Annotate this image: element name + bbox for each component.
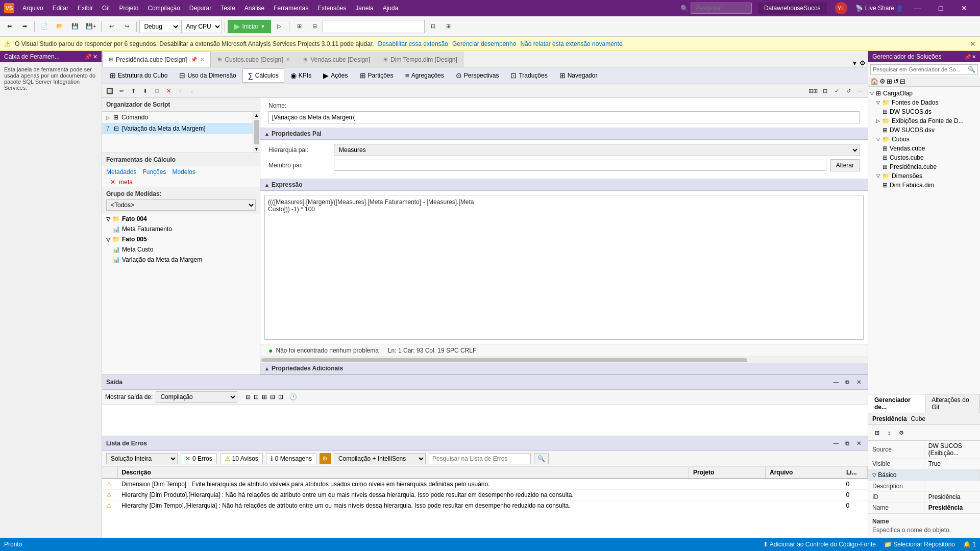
tab-bar-settings-btn[interactable]: ⚙	[860, 59, 866, 67]
new-btn[interactable]: 📄	[37, 19, 52, 34]
tree-dim-fabrica[interactable]: ⊞ Dim Fabrica.dim	[868, 181, 980, 190]
error-minimize-btn[interactable]: —	[831, 438, 841, 448]
design-tab-perspectivas[interactable]: ⊙ Perspectivas	[450, 68, 505, 83]
action-dots-btn[interactable]: ···	[854, 85, 866, 96]
menu-editar[interactable]: Editar	[48, 3, 72, 14]
alteracoes-tab[interactable]: Alterações do Git	[925, 394, 980, 413]
tab-bar-menu-btn[interactable]: ▼	[852, 60, 857, 66]
action-icons-btn[interactable]: ⊞⊞	[807, 85, 819, 96]
toolbox-close-btn[interactable]: ✕	[93, 54, 97, 60]
search-input[interactable]	[691, 3, 752, 14]
tree-custos-cube[interactable]: ⊞ Custos.cube	[868, 153, 980, 162]
disable-extension-link[interactable]: Desabilitar essa extensão	[378, 40, 448, 47]
meta-item[interactable]: ✕ meta	[102, 178, 260, 187]
tree-vendas-cube[interactable]: ⊞ Vendas.cube	[868, 144, 980, 153]
select-repo-btn[interactable]: 📁 Selecionar Repositório	[884, 541, 955, 548]
tab-custos[interactable]: ⊞ Custos.cube [Design] ✕	[211, 52, 297, 67]
output-close-btn[interactable]: ✕	[853, 377, 864, 387]
warning-close-btn[interactable]: ✕	[970, 40, 976, 48]
fato004-group[interactable]: ▽ 📁 Fato 004	[102, 214, 260, 224]
sol-refresh-btn[interactable]: ↺	[893, 78, 899, 85]
design-tab-estrutura[interactable]: ⊞ Estrutura do Cubo	[104, 68, 173, 83]
redo-btn[interactable]: ↪	[119, 19, 134, 34]
output-btn2[interactable]: ⊡	[253, 392, 260, 402]
fato005-group[interactable]: ▽ 📁 Fato 005	[102, 234, 260, 244]
menu-extensoes[interactable]: Extensões	[313, 3, 350, 14]
manage-performance-link[interactable]: Gerenciar desempenho	[452, 40, 516, 47]
error-float-btn[interactable]: ⧉	[842, 438, 852, 448]
output-btn4[interactable]: ⊟	[269, 392, 276, 402]
expression-header[interactable]: ▲ Expressão	[260, 179, 868, 191]
menu-exibir[interactable]: Exibir	[74, 3, 97, 14]
additional-props-header[interactable]: ▲ Propriedades Adicionais	[260, 363, 868, 374]
menu-projeto[interactable]: Projeto	[115, 3, 142, 14]
action-arrow-up-btn[interactable]: ↑	[175, 85, 186, 96]
design-tab-agregacoes[interactable]: ≡ Agregações	[400, 68, 450, 83]
error-search-input[interactable]	[429, 453, 531, 464]
action-delete-btn[interactable]: ⊟	[151, 85, 162, 96]
col-arquivo[interactable]: Arquivo	[766, 467, 842, 479]
tab-close-custos[interactable]: ✕	[286, 57, 290, 62]
menu-janela[interactable]: Janela	[351, 3, 377, 14]
toolbox-pin-btn[interactable]: 📌	[85, 54, 92, 60]
design-tab-kpis[interactable]: ◉ KPIs	[285, 68, 317, 83]
alter-button[interactable]: Alterar	[830, 159, 860, 171]
menu-compilacao[interactable]: Compilação	[143, 3, 184, 14]
action-remove-btn[interactable]: ✕	[163, 85, 174, 96]
tree-presidencia-cube[interactable]: ⊞ Presidência.cube	[868, 162, 980, 171]
error-search-btn[interactable]: 🔍	[534, 453, 549, 464]
menu-ajuda[interactable]: Ajuda	[379, 3, 403, 14]
script-scroll-down[interactable]: ▼	[253, 145, 260, 153]
action-verify-btn[interactable]: ✓	[831, 85, 842, 96]
close-btn[interactable]: ✕	[952, 0, 976, 16]
run-outline-btn[interactable]: ▷	[272, 19, 286, 34]
debug-mode-select[interactable]: Debug	[139, 20, 180, 33]
output-minimize-btn[interactable]: —	[831, 377, 841, 387]
action-arrow-down-btn[interactable]: ↓	[186, 85, 198, 96]
action-move-up-btn[interactable]: ⬆	[128, 85, 139, 96]
script-item-comando[interactable]: ▷ ⊞ Comando	[102, 112, 260, 123]
script-item-variacao[interactable]: 7 ⊟ [Variação da Meta da Margem]	[102, 123, 260, 134]
sol-settings-btn[interactable]: ⚙	[879, 78, 886, 85]
action-new-btn[interactable]: 🔲	[104, 85, 115, 96]
save-all-btn[interactable]: 💾+	[83, 19, 99, 34]
scrollbar-thumb[interactable]	[261, 358, 747, 362]
sol-filter-btn[interactable]: ⊞	[887, 78, 892, 85]
gerenciador-tab[interactable]: Gerenciador de...	[868, 394, 925, 413]
sol-close-btn[interactable]: ✕	[972, 54, 976, 60]
funcoes-link[interactable]: Funções	[142, 168, 166, 176]
scope-select[interactable]: Solução Inteira	[106, 453, 178, 464]
design-tab-particoes[interactable]: ⊞ Partições	[354, 68, 399, 83]
error-close-btn[interactable]: ✕	[853, 438, 864, 448]
back-btn[interactable]: ⬅	[2, 19, 16, 34]
measure-group-select[interactable]: <Todos>	[106, 199, 256, 211]
error-row-1[interactable]: ⚠ Dimension [Dim Tempo] : Evite hierarqu…	[102, 479, 868, 490]
forward-btn[interactable]: ➡	[17, 19, 32, 34]
warning-filter-btn[interactable]: ⚠ 10 Avisos	[220, 453, 263, 464]
tab-presidencia[interactable]: ⊞ Presidência.cube [Design] 📌 ✕	[102, 52, 211, 67]
live-share-btn[interactable]: Live Share	[865, 5, 894, 12]
menu-arquivo[interactable]: Arquivo	[18, 3, 47, 14]
design-tab-traducoes[interactable]: ⊡ Traduções	[505, 68, 553, 83]
meta-custo-item[interactable]: 📊 Meta Custo	[102, 244, 260, 255]
output-float-btn[interactable]: ⧉	[842, 377, 852, 387]
error-filter-btn[interactable]: ✕ 0 Erros	[181, 453, 217, 464]
output-btn6[interactable]: 🕐	[288, 392, 298, 402]
compile-filter-select[interactable]: Compilação + IntelliSens	[334, 453, 426, 464]
action-refresh-btn[interactable]: ↺	[843, 85, 854, 96]
extra-btn4[interactable]: ⊞	[441, 19, 455, 34]
open-btn[interactable]: 📂	[53, 19, 67, 34]
props-btn2[interactable]: ↕	[884, 427, 895, 438]
quick-find-input[interactable]	[323, 20, 425, 33]
hierarchy-select[interactable]: Measures	[334, 144, 860, 156]
col-descricao[interactable]: Descrição	[117, 467, 689, 479]
user-avatar[interactable]: YL	[835, 2, 847, 14]
expression-scrollbar[interactable]	[260, 357, 868, 363]
menu-git[interactable]: Git	[98, 3, 114, 14]
add-to-source-btn[interactable]: ⬆ Adicionar ao Controle do Código-Fonte	[763, 541, 876, 548]
variacao-meta-item[interactable]: 📊 Variação da Meta da Margem	[102, 255, 260, 265]
sol-collapse-btn[interactable]: ⊟	[900, 78, 905, 85]
name-input[interactable]	[268, 111, 860, 123]
notifications-btn[interactable]: 🔔 1	[963, 541, 976, 548]
design-tab-acoes[interactable]: ▶ Ações	[317, 68, 353, 83]
